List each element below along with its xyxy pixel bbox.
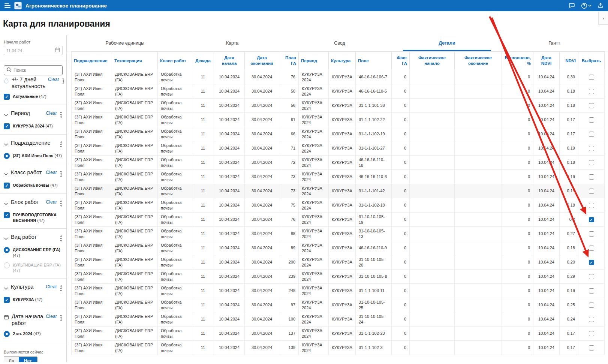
filter-option[interactable]: ✓КУКУРУЗА (47) (4, 297, 63, 303)
column-header-crop[interactable]: Культура (329, 52, 356, 70)
row-select-checkbox[interactable] (589, 89, 594, 94)
column-header-done-pct[interactable]: Выполнено, % (502, 52, 533, 70)
row-select-checkbox[interactable] (589, 303, 594, 308)
column-header-plan-ha[interactable]: План ГА (279, 52, 299, 70)
row-select-checkbox[interactable] (589, 274, 594, 279)
column-header-actual-start[interactable]: Фактическое начало (410, 52, 455, 70)
tab-map[interactable]: Карта (178, 35, 286, 51)
kebab-menu-icon[interactable] (60, 284, 63, 293)
kebab-menu-icon[interactable] (60, 169, 63, 178)
row-select-checkbox[interactable] (589, 174, 594, 180)
chevron-icon[interactable] (4, 111, 8, 118)
row-select-checkbox[interactable] (589, 117, 594, 123)
radio-button[interactable] (4, 262, 10, 268)
kebab-menu-icon[interactable] (60, 110, 63, 119)
checkbox-checked-icon[interactable]: ✓ (4, 94, 10, 100)
column-header-start-date[interactable]: Дата начала (214, 52, 245, 70)
cell-decade: 11 (192, 70, 214, 84)
clear-link[interactable]: Clear (46, 284, 57, 289)
tab-summary[interactable]: Свод (286, 35, 393, 51)
cell-unit: (ЗГ) АХИ Ивня Поля (72, 327, 112, 341)
checkbox-checked-icon[interactable]: ✓ (4, 212, 10, 218)
filter-option[interactable]: ✓ПОЧВОПОДГОТОВКА ВЕСЕННЯЯ (47) (4, 212, 63, 223)
row-select-checkbox[interactable] (589, 75, 594, 80)
row-select-checkbox[interactable] (589, 345, 594, 351)
filter-option[interactable]: (ЗГ) АХИ Ивня Поля (47) (4, 153, 63, 159)
column-header-end-date[interactable]: Дата окончания (245, 52, 279, 70)
cell-plan-ha: 76 (279, 213, 299, 227)
kebab-menu-icon[interactable] (62, 76, 65, 85)
filter-option[interactable]: ✓Актуальные (47) (4, 94, 63, 100)
search-box[interactable] (4, 65, 63, 75)
column-header-decade[interactable]: Декада (192, 52, 214, 70)
column-header-unit[interactable]: Подразделение (72, 52, 112, 70)
checkbox-checked-icon[interactable]: ✓ (4, 183, 10, 189)
radio-button[interactable] (4, 331, 10, 337)
help-icon[interactable] (581, 3, 592, 9)
tab-gantt[interactable]: Гантт (501, 35, 608, 51)
clear-link[interactable]: Clear (46, 170, 57, 175)
divider (0, 228, 66, 229)
collapse-panel-button[interactable]: › (598, 12, 608, 25)
clear-link[interactable]: Clear (46, 111, 57, 116)
row-select-checkbox[interactable]: ✓ (589, 217, 594, 222)
search-input[interactable] (13, 68, 55, 73)
radio-button[interactable] (4, 247, 10, 253)
column-header-field[interactable]: Поле (356, 52, 392, 70)
row-select-checkbox[interactable] (589, 146, 594, 151)
filter-option[interactable]: 2 кв. 2024 (47) (4, 331, 63, 337)
row-select-checkbox[interactable] (589, 246, 594, 251)
chevron-icon[interactable] (4, 171, 8, 177)
column-header-select[interactable]: Выбрать (578, 52, 605, 70)
column-header-period[interactable]: Период (299, 52, 329, 70)
row-select-checkbox[interactable] (589, 288, 594, 294)
main-panel: Рабочие единицыКартаСводДеталиГантт Подр… (67, 35, 608, 362)
column-header-ndvi-date[interactable]: Дата NDVI (533, 52, 560, 70)
filter-option[interactable]: КУЛЬТИВАЦИЯ ERP (ГА) (47) (4, 262, 63, 274)
chevron-icon[interactable] (4, 285, 8, 292)
row-select-checkbox[interactable] (589, 203, 594, 208)
filter-option[interactable]: ✓Обработка почвы (47) (4, 183, 63, 189)
chat-icon[interactable] (569, 3, 575, 9)
clear-link[interactable]: Clear (46, 199, 57, 205)
row-select-checkbox[interactable] (589, 132, 594, 137)
row-select-checkbox[interactable] (589, 317, 594, 322)
column-header-operation[interactable]: Техоперация (112, 52, 158, 70)
cell-operation: ДИСКОВАНИЕ ERP (ГА) (112, 113, 158, 127)
tab-work-units[interactable]: Рабочие единицы (71, 35, 178, 51)
cell-done-pct: 0 (502, 113, 533, 127)
filter-option[interactable]: ДИСКОВАНИЕ ERP (ГА) (47) (4, 247, 63, 258)
app-header: Агрономическое планирование (0, 0, 608, 11)
kebab-menu-icon[interactable] (60, 313, 63, 322)
clear-link[interactable]: Clear (48, 77, 59, 82)
share-icon[interactable] (598, 3, 604, 9)
row-select-checkbox[interactable] (589, 103, 594, 108)
toggle-yes-button[interactable]: Да (4, 357, 19, 362)
row-select-checkbox[interactable]: ✓ (589, 260, 594, 265)
kebab-menu-icon[interactable] (60, 234, 63, 243)
toggle-no-button[interactable]: Нет (19, 357, 37, 362)
chevron-icon[interactable] (4, 141, 8, 148)
cell-field: 46-16-16-110-5 (356, 84, 392, 99)
checkbox-checked-icon[interactable]: ✓ (4, 297, 10, 303)
checkbox-checked-icon[interactable]: ✓ (4, 123, 10, 129)
menu-icon[interactable] (4, 3, 10, 8)
tab-details[interactable]: Детали (393, 35, 500, 51)
row-select-checkbox[interactable] (589, 331, 594, 336)
column-header-work-class[interactable]: Класс работ (158, 52, 192, 70)
row-select-checkbox[interactable] (589, 231, 594, 237)
calendar-icon[interactable] (55, 47, 60, 54)
row-select-checkbox[interactable] (589, 189, 594, 194)
row-select-checkbox[interactable] (589, 160, 594, 165)
kebab-menu-icon[interactable] (60, 140, 63, 149)
column-header-fact-ha[interactable]: Факт ГА (392, 52, 410, 70)
column-header-actual-end[interactable]: Фактическое окочание (455, 52, 502, 70)
kebab-menu-icon[interactable] (60, 199, 63, 208)
chevron-icon[interactable] (4, 235, 8, 242)
start-work-date-input[interactable]: 11.04.24 (4, 46, 63, 55)
chevron-icon[interactable] (4, 200, 8, 207)
radio-button[interactable] (4, 153, 10, 159)
filter-option[interactable]: ✓КУКУРУЗА 2024 (47) (4, 123, 63, 129)
clear-link[interactable]: Clear (46, 314, 57, 319)
column-header-ndvi[interactable]: NDVI (560, 52, 578, 70)
